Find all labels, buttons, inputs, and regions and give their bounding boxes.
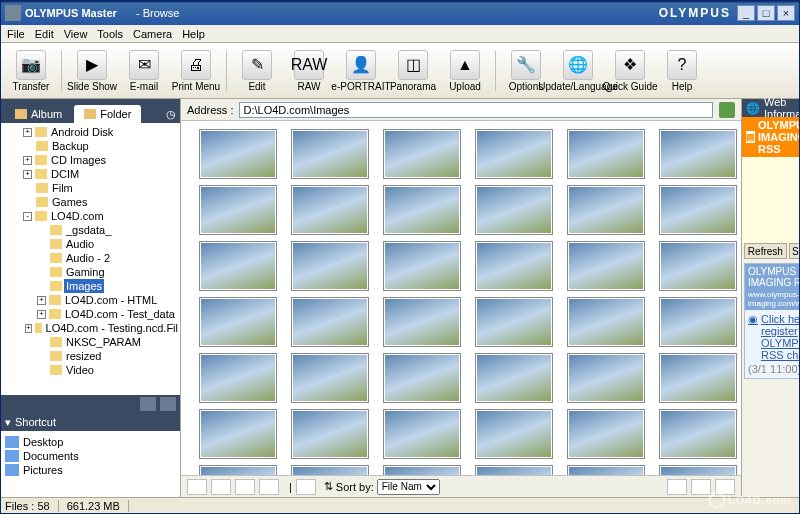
thumbnail[interactable] xyxy=(475,129,553,179)
tree-item[interactable]: resized xyxy=(7,349,180,363)
thumbnail[interactable] xyxy=(383,241,461,291)
view-mode-2[interactable] xyxy=(691,479,711,495)
thumbnail[interactable] xyxy=(199,185,277,235)
thumbnail[interactable] xyxy=(291,353,369,403)
go-button[interactable] xyxy=(719,102,735,118)
folder-tree[interactable]: +Android DiskBackup+CD Images+DCIMFilmGa… xyxy=(1,123,180,395)
thumbnail[interactable] xyxy=(475,409,553,459)
thumbnail[interactable] xyxy=(475,297,553,347)
rss-toggle-button[interactable] xyxy=(296,479,316,495)
thumbnail-grid[interactable] xyxy=(181,121,741,475)
thumbnail[interactable] xyxy=(659,241,737,291)
thumbnail[interactable] xyxy=(383,185,461,235)
expand-icon[interactable]: + xyxy=(37,296,46,305)
history-button[interactable]: ◷ xyxy=(162,106,180,123)
thumbnail[interactable] xyxy=(567,241,645,291)
toolbar-transfer[interactable]: 📷Transfer xyxy=(7,50,55,92)
tree-item[interactable]: Audio - 2 xyxy=(7,251,180,265)
rss-register-link[interactable]: ◉ Click here to register OLYMPUS RSS cha… xyxy=(748,313,800,361)
expand-icon[interactable]: + xyxy=(23,170,32,179)
thumbnail[interactable] xyxy=(383,409,461,459)
thumbnail[interactable] xyxy=(199,241,277,291)
close-button[interactable]: × xyxy=(777,5,795,21)
thumbnail[interactable] xyxy=(199,297,277,347)
thumbnail[interactable] xyxy=(475,465,553,475)
toolbar-e-mail[interactable]: ✉E-mail xyxy=(120,50,168,92)
thumbnail[interactable] xyxy=(567,129,645,179)
tree-item[interactable]: +Android Disk xyxy=(7,125,180,139)
thumbnail[interactable] xyxy=(291,185,369,235)
view-mode-1[interactable] xyxy=(667,479,687,495)
expand-icon[interactable]: + xyxy=(37,310,46,319)
thumbnail[interactable] xyxy=(291,241,369,291)
thumbnail[interactable] xyxy=(475,185,553,235)
toolbar-panorama[interactable]: ◫Panorama xyxy=(389,50,437,92)
tree-item[interactable]: Film xyxy=(7,181,180,195)
toolbar-upload[interactable]: ▲Upload xyxy=(441,50,489,92)
toolbar-slide-show[interactable]: ▶Slide Show xyxy=(68,50,116,92)
tree-item[interactable]: NKSC_PARAM xyxy=(7,335,180,349)
toolbar-raw[interactable]: RAWRAW xyxy=(285,50,333,92)
menu-file[interactable]: File xyxy=(7,28,25,40)
tab-album[interactable]: Album xyxy=(5,105,72,123)
toolbar-update-language[interactable]: 🌐Update/Language xyxy=(554,50,602,92)
thumbnail[interactable] xyxy=(659,353,737,403)
thumbnail[interactable] xyxy=(567,297,645,347)
expand-icon[interactable]: + xyxy=(25,324,32,333)
thumbnail[interactable] xyxy=(199,465,277,475)
thumbnail[interactable] xyxy=(199,129,277,179)
tree-item[interactable]: -LO4D.com xyxy=(7,209,180,223)
thumbnail[interactable] xyxy=(383,297,461,347)
tree-item[interactable]: Images xyxy=(7,279,180,293)
thumbnail[interactable] xyxy=(659,129,737,179)
thumbnail[interactable] xyxy=(567,409,645,459)
settings-button[interactable]: Settings xyxy=(789,243,800,259)
thumbnail[interactable] xyxy=(383,465,461,475)
new-folder-button[interactable] xyxy=(140,397,156,411)
thumbnail[interactable] xyxy=(567,185,645,235)
thumbnail[interactable] xyxy=(383,129,461,179)
tree-item[interactable]: Video xyxy=(7,363,180,377)
rss-header[interactable]: ▤ OLYMPUS IMAGING RSS xyxy=(742,117,800,157)
toolbar-edit[interactable]: ✎Edit xyxy=(233,50,281,92)
toolbar-help[interactable]: ?Help xyxy=(658,50,706,92)
tab-folder[interactable]: Folder xyxy=(74,105,141,123)
thumbnail[interactable] xyxy=(659,409,737,459)
thumbnail[interactable] xyxy=(291,465,369,475)
thumbnail[interactable] xyxy=(475,241,553,291)
minimize-button[interactable]: _ xyxy=(737,5,755,21)
thumbnail[interactable] xyxy=(659,465,737,475)
tree-item[interactable]: Games xyxy=(7,195,180,209)
thumbnail[interactable] xyxy=(291,409,369,459)
tree-item[interactable]: Backup xyxy=(7,139,180,153)
menu-help[interactable]: Help xyxy=(182,28,205,40)
tree-item[interactable]: +DCIM xyxy=(7,167,180,181)
thumbnail[interactable] xyxy=(383,353,461,403)
thumbnail[interactable] xyxy=(199,409,277,459)
menu-view[interactable]: View xyxy=(64,28,88,40)
toolbar-quick-guide[interactable]: ❖Quick Guide xyxy=(606,50,654,92)
shortcut-header[interactable]: ▾ Shortcut xyxy=(1,413,180,431)
shortcut-item[interactable]: Documents xyxy=(5,449,176,463)
zoom-out-button[interactable] xyxy=(259,479,279,495)
thumbnail[interactable] xyxy=(659,297,737,347)
thumbnail[interactable] xyxy=(567,465,645,475)
sort-select[interactable]: File Nam xyxy=(377,479,440,495)
thumbnail[interactable] xyxy=(567,353,645,403)
thumbnail[interactable] xyxy=(291,129,369,179)
refresh-button[interactable]: Refresh xyxy=(744,243,787,259)
address-input[interactable] xyxy=(239,102,713,118)
toolbar-e-portrait[interactable]: 👤e-PORTRAIT xyxy=(337,50,385,92)
tree-item[interactable]: +LO4D.com - HTML xyxy=(7,293,180,307)
tree-item[interactable]: Audio xyxy=(7,237,180,251)
thumbnail[interactable] xyxy=(475,353,553,403)
rotate-right-button[interactable] xyxy=(211,479,231,495)
tree-item[interactable]: Gaming xyxy=(7,265,180,279)
tree-item[interactable]: +LO4D.com - Testing.ncd.Fil xyxy=(7,321,180,335)
view-mode-3[interactable] xyxy=(715,479,735,495)
zoom-in-button[interactable] xyxy=(235,479,255,495)
collapse-icon[interactable]: - xyxy=(23,212,32,221)
expand-icon[interactable]: + xyxy=(23,128,32,137)
tree-item[interactable]: +CD Images xyxy=(7,153,180,167)
menu-edit[interactable]: Edit xyxy=(35,28,54,40)
